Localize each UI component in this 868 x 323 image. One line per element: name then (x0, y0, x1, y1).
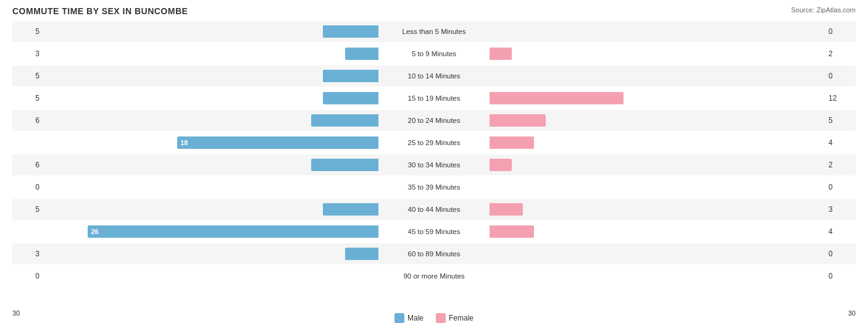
axis-left: 30 (12, 309, 20, 323)
bar-male: 18 (177, 136, 378, 149)
chart-row: 2645 to 59 Minutes4 (12, 221, 856, 242)
chart-row: 620 to 24 Minutes5 (12, 110, 856, 131)
bars-center: 5 to 9 Minutes (43, 43, 825, 64)
legend-female-label: Female (449, 314, 474, 322)
bar-female (490, 48, 512, 60)
bar-male (345, 48, 378, 60)
axis-labels: 30 Male Female 30 (12, 309, 856, 323)
row-label: 45 to 59 Minutes (378, 228, 490, 235)
row-label: 10 to 14 Minutes (378, 72, 490, 80)
bars-center: 15 to 19 Minutes (43, 88, 825, 109)
left-bars (43, 180, 378, 194)
legend-female: Female (436, 313, 474, 323)
male-value: 0 (12, 272, 43, 280)
right-bars (490, 247, 825, 261)
row-label: 35 to 39 Minutes (378, 183, 490, 191)
legend-female-color (436, 313, 446, 323)
male-value: 5 (12, 94, 43, 103)
left-bars (43, 91, 378, 105)
left-bars (43, 114, 378, 127)
chart-row: 35 to 9 Minutes2 (12, 43, 856, 64)
right-bars (490, 225, 825, 238)
female-value: 0 (825, 27, 856, 36)
male-value: 5 (12, 72, 43, 80)
bar-male (323, 92, 379, 104)
left-bars (43, 47, 378, 61)
right-bars (490, 47, 825, 61)
female-value: 0 (825, 250, 856, 258)
bar-male (323, 203, 379, 216)
chart-area: 5Less than 5 Minutes035 to 9 Minutes2510… (12, 21, 856, 276)
row-label: 60 to 89 Minutes (378, 250, 490, 258)
row-label: 15 to 19 Minutes (378, 94, 490, 102)
row-label: Less than 5 Minutes (378, 28, 490, 35)
male-value: 3 (12, 49, 43, 58)
bars-center: 1825 to 29 Minutes (43, 132, 825, 153)
bar-female (490, 136, 534, 149)
bar-male (311, 114, 378, 127)
row-label: 90 or more Minutes (378, 272, 490, 280)
bars-center: 20 to 24 Minutes (43, 110, 825, 131)
row-label: 30 to 34 Minutes (378, 161, 490, 169)
source-text: Source: ZipAtlas.com (791, 6, 856, 14)
right-bars (490, 25, 825, 38)
chart-row: 035 to 39 Minutes0 (12, 177, 856, 198)
bar-female (490, 225, 534, 238)
right-bars (490, 158, 825, 172)
bar-female (490, 159, 512, 171)
male-value: 0 (12, 183, 43, 191)
bottom-area: 30 Male Female 30 (0, 307, 868, 323)
right-bars (490, 203, 825, 216)
bar-male (311, 159, 378, 171)
bars-center: 90 or more Minutes (43, 266, 825, 287)
right-bars (490, 180, 825, 194)
bar-female (490, 92, 624, 104)
chart-row: 360 to 89 Minutes0 (12, 243, 856, 264)
chart-row: 510 to 14 Minutes0 (12, 65, 856, 86)
legend: Male Female (394, 313, 474, 323)
right-bars (490, 269, 825, 283)
chart-row: 515 to 19 Minutes12 (12, 88, 856, 109)
chart-row: 1825 to 29 Minutes4 (12, 132, 856, 153)
legend-male-label: Male (407, 314, 424, 322)
bar-male (323, 25, 379, 38)
female-value: 12 (825, 94, 856, 103)
bar-male (345, 248, 378, 260)
female-value: 3 (825, 205, 856, 214)
legend-male: Male (394, 313, 424, 323)
right-bars (490, 114, 825, 127)
left-bars: 18 (43, 136, 378, 149)
male-value: 5 (12, 205, 43, 214)
bar-male-value: 18 (177, 139, 191, 146)
bars-center: 10 to 14 Minutes (43, 65, 825, 86)
female-value: 2 (825, 161, 856, 169)
left-bars (43, 203, 378, 216)
right-bars (490, 69, 825, 83)
axis-right: 30 (848, 309, 856, 323)
chart-title: COMMUTE TIME BY SEX IN BUNCOMBE (12, 6, 856, 16)
female-value: 0 (825, 183, 856, 191)
left-bars: 26 (43, 225, 378, 238)
chart-row: 540 to 44 Minutes3 (12, 199, 856, 220)
chart-container: COMMUTE TIME BY SEX IN BUNCOMBE Source: … (0, 0, 868, 323)
right-bars (490, 91, 825, 105)
chart-row: 630 to 34 Minutes2 (12, 154, 856, 175)
bar-male-value: 26 (88, 228, 101, 235)
bars-center: 30 to 34 Minutes (43, 154, 825, 175)
left-bars (43, 69, 378, 83)
female-value: 4 (825, 138, 856, 147)
bar-female (490, 114, 546, 127)
bars-center: 60 to 89 Minutes (43, 243, 825, 264)
bars-center: Less than 5 Minutes (43, 21, 825, 42)
male-value: 6 (12, 161, 43, 169)
bar-male: 26 (88, 225, 378, 238)
row-label: 5 to 9 Minutes (378, 50, 490, 57)
left-bars (43, 25, 378, 38)
left-bars (43, 158, 378, 172)
bars-center: 2645 to 59 Minutes (43, 221, 825, 242)
bar-female (490, 203, 523, 216)
left-bars (43, 269, 378, 283)
female-value: 5 (825, 116, 856, 125)
chart-row: 5Less than 5 Minutes0 (12, 21, 856, 42)
female-value: 0 (825, 72, 856, 80)
